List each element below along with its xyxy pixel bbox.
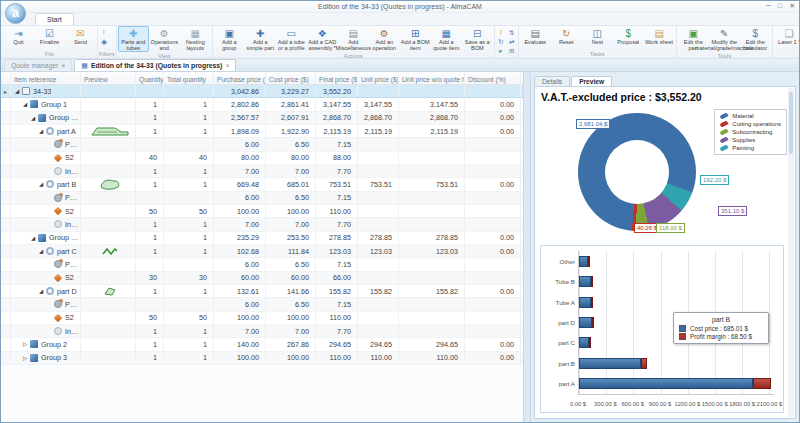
cell-discount[interactable] — [465, 138, 521, 150]
cell-unit-price[interactable] — [358, 205, 399, 217]
cell-quantity[interactable]: 1 — [136, 98, 164, 110]
cell-discount[interactable]: 0.00 — [465, 178, 521, 190]
tab-details[interactable]: Details — [534, 76, 570, 86]
grid-row[interactable]: ▷Group 311100.00100.00110.00110.00110.00… — [1, 352, 523, 365]
cell-purchase-price[interactable]: 80.00 — [214, 152, 266, 164]
cell-item-reference[interactable]: S2 — [11, 152, 81, 164]
grid-row[interactable]: Painting6.006.507.15 — [1, 258, 523, 271]
cell-item-reference[interactable]: Painting — [11, 298, 81, 310]
cell-total-quantity[interactable]: 1 — [164, 112, 214, 124]
grid-row[interactable]: Inox3117.007.007.70 — [1, 165, 523, 178]
row-indicator[interactable] — [1, 258, 11, 270]
cell-quantity[interactable]: 1 — [136, 245, 164, 257]
cell-purchase-price[interactable]: 60.00 — [214, 272, 266, 284]
cell-total-quantity[interactable]: 1 — [164, 325, 214, 337]
cell-quantity[interactable]: 1 — [136, 165, 164, 177]
column-header-unit-price-[interactable]: Unit price ($) — [358, 72, 399, 84]
cell-total-quantity[interactable]: 1 — [164, 232, 214, 244]
cell-item-reference[interactable]: ◢Group 1-2 — [11, 232, 81, 244]
column-header-indicator[interactable] — [1, 72, 11, 84]
cell-unit-price-wo-hidden-costs[interactable] — [399, 258, 465, 270]
collapse-icon[interactable]: ◢ — [37, 128, 45, 134]
cell-unit-price-wo-hidden-costs[interactable]: 294.65 — [399, 338, 465, 350]
cell-cost-price[interactable]: 100.00 — [266, 205, 316, 217]
column-header-total-quantity[interactable]: Total quantity — [164, 72, 214, 84]
cell-final-price[interactable]: 7.15 — [316, 192, 358, 204]
cell-discount[interactable]: 0.00 — [465, 232, 521, 244]
cell-discount[interactable]: 0.00 — [465, 245, 521, 257]
collapse-icon[interactable]: ◢ — [37, 288, 45, 294]
cell-final-price[interactable]: 123.03 — [316, 245, 358, 257]
minimize-button[interactable]: ─ — [766, 2, 771, 10]
column-header-unit-price-w-o-quote-hidden-costs-[interactable]: Unit price w/o quote hidden costs ... — [399, 72, 465, 84]
cell-cost-price[interactable]: 1,922.90 — [266, 125, 316, 137]
cell-cost-price[interactable]: 2,861.41 — [266, 98, 316, 110]
cell-preview[interactable] — [81, 272, 136, 284]
cell-item-reference[interactable]: Inox3 — [11, 218, 81, 230]
close-tab-icon[interactable]: × — [61, 62, 65, 69]
cell-purchase-price[interactable]: 6.00 — [214, 192, 266, 204]
cell-discount[interactable] — [465, 165, 521, 177]
cell-quantity[interactable]: 40 — [136, 152, 164, 164]
cell-unit-price-wo-hidden-costs[interactable]: 2,868.70 — [399, 112, 465, 124]
cell-quantity[interactable] — [136, 138, 164, 150]
proposal-button[interactable]: $Proposal — [613, 26, 644, 46]
cell-purchase-price[interactable]: 100.00 — [214, 312, 266, 324]
column-header-cost-price-[interactable]: Cost price ($) — [266, 72, 316, 84]
column-header-preview[interactable]: Preview — [81, 72, 136, 84]
expand-button[interactable]: ▸ — [496, 46, 506, 55]
grid-row[interactable]: S2303060.0060.0066.00 — [1, 272, 523, 285]
cell-quantity[interactable]: 50 — [136, 312, 164, 324]
cell-unit-price[interactable] — [358, 85, 399, 97]
cell-total-quantity[interactable]: 1 — [164, 245, 214, 257]
cell-unit-price-wo-hidden-costs[interactable]: 3,147.55 — [399, 98, 465, 110]
cell-final-price[interactable]: 110.00 — [316, 352, 358, 364]
panel-scrollbar-thumb[interactable] — [789, 92, 793, 154]
cell-final-price[interactable]: 3,147.55 — [316, 98, 358, 110]
operations-and-supplies-button[interactable]: ⚙Operations and supplies — [149, 26, 180, 53]
cell-discount[interactable]: 0.00 — [465, 338, 521, 350]
cell-unit-price[interactable]: 155.82 — [358, 285, 399, 297]
row-indicator[interactable] — [1, 352, 11, 364]
row-indicator[interactable] — [1, 152, 11, 164]
cell-discount[interactable]: 0.00 — [465, 125, 521, 137]
cell-preview[interactable] — [81, 138, 136, 150]
cell-cost-price[interactable]: 6.50 — [266, 258, 316, 270]
grid-row[interactable]: S25050100.00100.00110.00 — [1, 312, 523, 325]
cell-preview[interactable] — [81, 98, 136, 110]
grid-row[interactable]: ◢part B11669.48685.01753.51753.51753.510… — [1, 178, 523, 191]
cell-unit-price-wo-hidden-costs[interactable] — [399, 85, 465, 97]
cell-cost-price[interactable]: 111.84 — [266, 245, 316, 257]
cell-unit-price[interactable]: 294.65 — [358, 338, 399, 350]
cell-quantity[interactable]: 1 — [136, 352, 164, 364]
row-indicator[interactable] — [1, 165, 11, 177]
row-indicator[interactable] — [1, 232, 11, 244]
cell-preview[interactable] — [81, 125, 136, 137]
column-header-final-price-[interactable]: Final price ($) — [316, 72, 358, 84]
cell-preview[interactable] — [81, 192, 136, 204]
cell-purchase-price[interactable]: 6.00 — [214, 258, 266, 270]
cell-unit-price-wo-hidden-costs[interactable]: 110.00 — [399, 352, 465, 364]
cell-total-quantity[interactable]: 1 — [164, 338, 214, 350]
cell-unit-price[interactable]: 3,147.55 — [358, 98, 399, 110]
cell-item-reference[interactable]: S2 — [11, 272, 81, 284]
cell-discount[interactable] — [465, 312, 521, 324]
cell-unit-price[interactable]: 2,868.70 — [358, 112, 399, 124]
cell-purchase-price[interactable]: 7.00 — [214, 218, 266, 230]
cell-cost-price[interactable]: 6.50 — [266, 298, 316, 310]
cell-final-price[interactable]: 7.70 — [316, 218, 358, 230]
work-sheet-button[interactable]: ▤Work sheet — [644, 26, 675, 46]
cell-purchase-price[interactable]: 132.61 — [214, 285, 266, 297]
collapse-icon[interactable]: ◢ — [37, 181, 45, 187]
row-indicator[interactable] — [1, 338, 11, 350]
cell-cost-price[interactable]: 6.50 — [266, 138, 316, 150]
duplicate-button[interactable]: ⊞ — [507, 46, 517, 55]
cell-total-quantity[interactable]: 1 — [164, 178, 214, 190]
cell-purchase-price[interactable]: 6.00 — [214, 138, 266, 150]
cell-total-quantity[interactable] — [164, 258, 214, 270]
cell-preview[interactable] — [81, 312, 136, 324]
cell-cost-price[interactable]: 3,229.27 — [266, 85, 316, 97]
cell-unit-price[interactable] — [358, 312, 399, 324]
cell-purchase-price[interactable]: 3,042.86 — [214, 85, 266, 97]
modify-material-grade-machine-button[interactable]: ✎Modify the material/grade/machine — [709, 26, 740, 52]
